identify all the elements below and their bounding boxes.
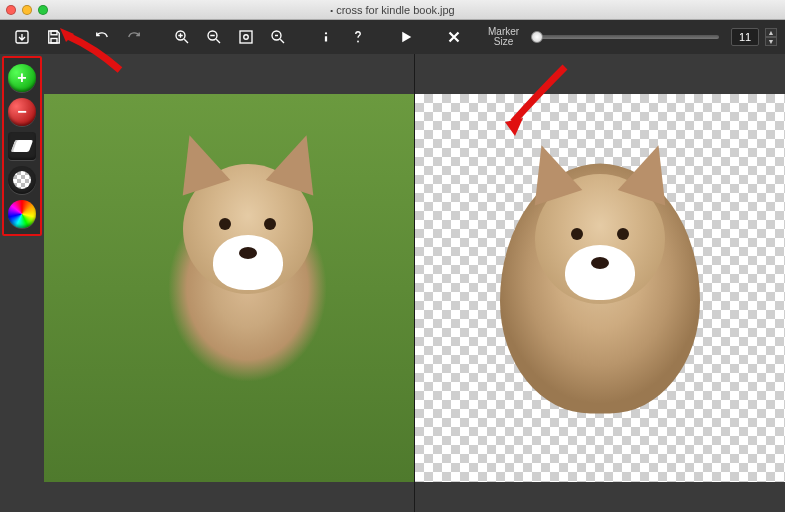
info-button[interactable] [312, 23, 340, 51]
play-icon [397, 28, 415, 46]
plus-icon: + [17, 70, 26, 86]
modified-indicator: • [330, 6, 333, 15]
window-zoom-button[interactable] [38, 5, 48, 15]
open-button[interactable] [8, 23, 36, 51]
foreground-marker-tool[interactable]: + [8, 64, 36, 92]
info-icon [317, 28, 335, 46]
zoom-out-icon [205, 28, 223, 46]
workspace: + − [0, 54, 785, 512]
annotation-arrow-result [495, 62, 575, 146]
window-close-button[interactable] [6, 5, 16, 15]
traffic-lights [6, 5, 48, 15]
zoom-fit-button[interactable] [232, 23, 260, 51]
help-button[interactable] [344, 23, 372, 51]
clear-icon [445, 28, 463, 46]
minus-icon: − [17, 104, 26, 120]
svg-point-9 [357, 41, 359, 43]
stepper-up[interactable]: ▲ [765, 28, 777, 37]
background-marker-tool[interactable]: − [8, 98, 36, 126]
zoom-in-icon [173, 28, 191, 46]
marker-size-label: Marker Size [488, 27, 519, 47]
svg-point-8 [325, 32, 327, 34]
zoom-actual-button[interactable] [264, 23, 292, 51]
svg-rect-1 [51, 31, 57, 35]
marker-size-stepper: ▲ ▼ [765, 28, 777, 46]
window-filename: cross for kindle book.jpg [336, 4, 455, 16]
marker-size-value[interactable]: 11 [731, 28, 759, 46]
marker-size-slider[interactable] [531, 35, 719, 39]
clear-button[interactable] [440, 23, 468, 51]
zoom-in-button[interactable] [168, 23, 196, 51]
eraser-icon [11, 140, 33, 152]
window-titlebar: • cross for kindle book.jpg [0, 0, 785, 20]
preview-button[interactable] [392, 23, 420, 51]
zoom-fit-icon [237, 28, 255, 46]
zoom-actual-icon [269, 28, 287, 46]
result-preview-pane[interactable] [414, 54, 785, 512]
transparency-icon [13, 171, 31, 189]
svg-rect-2 [51, 39, 57, 44]
original-image-pane[interactable] [44, 54, 414, 512]
color-wheel-tool[interactable] [8, 200, 36, 228]
stepper-down[interactable]: ▼ [765, 37, 777, 46]
slider-knob[interactable] [531, 31, 543, 43]
dog-illustration [183, 164, 313, 294]
annotation-arrow-save [60, 28, 130, 82]
transparency-tool[interactable] [8, 166, 36, 194]
open-icon [13, 28, 31, 46]
svg-rect-5 [240, 31, 252, 43]
svg-point-6 [244, 35, 249, 40]
svg-marker-12 [505, 118, 523, 136]
cutout-result [465, 116, 735, 436]
svg-marker-10 [402, 32, 411, 43]
help-icon [349, 28, 367, 46]
window-title: • cross for kindle book.jpg [0, 4, 785, 16]
zoom-out-button[interactable] [200, 23, 228, 51]
original-image [44, 94, 414, 482]
side-tool-palette: + − [2, 56, 42, 236]
eraser-tool[interactable] [8, 132, 36, 160]
window-minimize-button[interactable] [22, 5, 32, 15]
